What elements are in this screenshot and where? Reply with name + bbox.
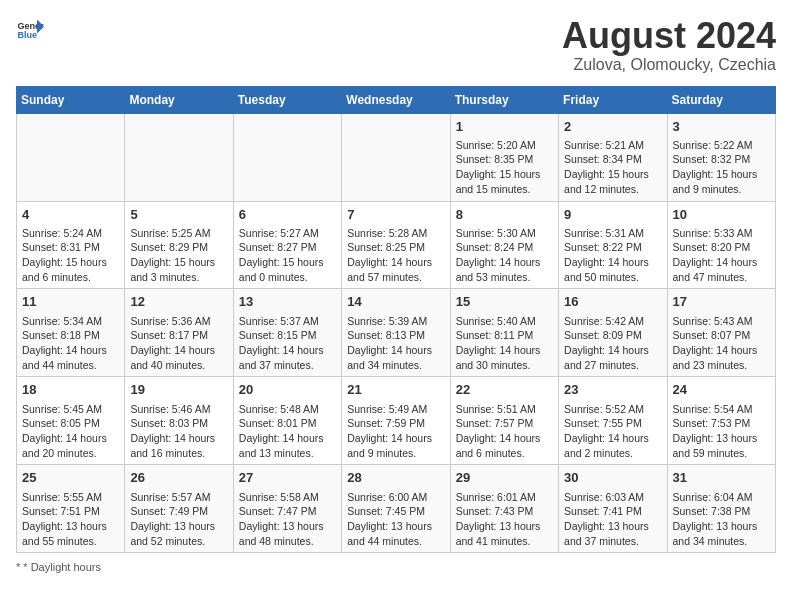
calendar-cell: 25Sunrise: 5:55 AM Sunset: 7:51 PM Dayli… [17,465,125,553]
day-info: Sunrise: 5:24 AM Sunset: 8:31 PM Dayligh… [22,226,119,285]
day-number: 22 [456,381,553,399]
calendar-cell: 18Sunrise: 5:45 AM Sunset: 8:05 PM Dayli… [17,377,125,465]
day-info: Sunrise: 5:20 AM Sunset: 8:35 PM Dayligh… [456,138,553,197]
day-info: Sunrise: 5:34 AM Sunset: 8:18 PM Dayligh… [22,314,119,373]
day-number: 24 [673,381,770,399]
calendar-cell: 12Sunrise: 5:36 AM Sunset: 8:17 PM Dayli… [125,289,233,377]
day-info: Sunrise: 5:27 AM Sunset: 8:27 PM Dayligh… [239,226,336,285]
day-info: Sunrise: 5:21 AM Sunset: 8:34 PM Dayligh… [564,138,661,197]
calendar-cell: 11Sunrise: 5:34 AM Sunset: 8:18 PM Dayli… [17,289,125,377]
day-number: 20 [239,381,336,399]
day-info: Sunrise: 5:37 AM Sunset: 8:15 PM Dayligh… [239,314,336,373]
calendar-cell: 10Sunrise: 5:33 AM Sunset: 8:20 PM Dayli… [667,201,775,289]
calendar-cell: 22Sunrise: 5:51 AM Sunset: 7:57 PM Dayli… [450,377,558,465]
day-info: Sunrise: 5:43 AM Sunset: 8:07 PM Dayligh… [673,314,770,373]
main-title: August 2024 [562,16,776,56]
day-info: Sunrise: 5:40 AM Sunset: 8:11 PM Dayligh… [456,314,553,373]
calendar-week-row: 25Sunrise: 5:55 AM Sunset: 7:51 PM Dayli… [17,465,776,553]
calendar-cell [233,113,341,201]
day-info: Sunrise: 5:45 AM Sunset: 8:05 PM Dayligh… [22,402,119,461]
header: General Blue August 2024 Zulova, Olomouc… [16,16,776,74]
day-info: Sunrise: 5:31 AM Sunset: 8:22 PM Dayligh… [564,226,661,285]
day-number: 1 [456,118,553,136]
calendar-cell [125,113,233,201]
day-number: 18 [22,381,119,399]
calendar-cell [342,113,450,201]
day-number: 28 [347,469,444,487]
day-number: 21 [347,381,444,399]
calendar-cell: 6Sunrise: 5:27 AM Sunset: 8:27 PM Daylig… [233,201,341,289]
day-number: 10 [673,206,770,224]
day-number: 16 [564,293,661,311]
day-number: 9 [564,206,661,224]
calendar-cell: 5Sunrise: 5:25 AM Sunset: 8:29 PM Daylig… [125,201,233,289]
weekday-header: Saturday [667,86,775,113]
day-info: Sunrise: 5:54 AM Sunset: 7:53 PM Dayligh… [673,402,770,461]
calendar-cell: 28Sunrise: 6:00 AM Sunset: 7:45 PM Dayli… [342,465,450,553]
calendar-cell: 4Sunrise: 5:24 AM Sunset: 8:31 PM Daylig… [17,201,125,289]
day-info: Sunrise: 5:49 AM Sunset: 7:59 PM Dayligh… [347,402,444,461]
day-number: 4 [22,206,119,224]
day-number: 2 [564,118,661,136]
calendar-week-row: 18Sunrise: 5:45 AM Sunset: 8:05 PM Dayli… [17,377,776,465]
calendar-cell [17,113,125,201]
day-info: Sunrise: 5:48 AM Sunset: 8:01 PM Dayligh… [239,402,336,461]
calendar-week-row: 11Sunrise: 5:34 AM Sunset: 8:18 PM Dayli… [17,289,776,377]
day-info: Sunrise: 5:39 AM Sunset: 8:13 PM Dayligh… [347,314,444,373]
day-info: Sunrise: 5:33 AM Sunset: 8:20 PM Dayligh… [673,226,770,285]
calendar-cell: 14Sunrise: 5:39 AM Sunset: 8:13 PM Dayli… [342,289,450,377]
calendar-cell: 1Sunrise: 5:20 AM Sunset: 8:35 PM Daylig… [450,113,558,201]
footer-note: * * Daylight hours [16,561,776,573]
day-info: Sunrise: 5:52 AM Sunset: 7:55 PM Dayligh… [564,402,661,461]
calendar-cell: 30Sunrise: 6:03 AM Sunset: 7:41 PM Dayli… [559,465,667,553]
day-number: 12 [130,293,227,311]
calendar-cell: 24Sunrise: 5:54 AM Sunset: 7:53 PM Dayli… [667,377,775,465]
day-info: Sunrise: 5:28 AM Sunset: 8:25 PM Dayligh… [347,226,444,285]
calendar-cell: 7Sunrise: 5:28 AM Sunset: 8:25 PM Daylig… [342,201,450,289]
day-info: Sunrise: 6:03 AM Sunset: 7:41 PM Dayligh… [564,490,661,549]
day-info: Sunrise: 5:25 AM Sunset: 8:29 PM Dayligh… [130,226,227,285]
day-info: Sunrise: 5:30 AM Sunset: 8:24 PM Dayligh… [456,226,553,285]
svg-text:Blue: Blue [17,30,37,40]
day-number: 5 [130,206,227,224]
day-number: 14 [347,293,444,311]
weekday-header: Monday [125,86,233,113]
logo-icon: General Blue [16,16,44,44]
weekday-header: Thursday [450,86,558,113]
day-info: Sunrise: 5:55 AM Sunset: 7:51 PM Dayligh… [22,490,119,549]
weekday-header: Friday [559,86,667,113]
logo: General Blue [16,16,44,44]
day-info: Sunrise: 6:04 AM Sunset: 7:38 PM Dayligh… [673,490,770,549]
day-info: Sunrise: 5:36 AM Sunset: 8:17 PM Dayligh… [130,314,227,373]
day-number: 31 [673,469,770,487]
day-number: 15 [456,293,553,311]
subtitle: Zulova, Olomoucky, Czechia [562,56,776,74]
weekday-header: Tuesday [233,86,341,113]
calendar-cell: 8Sunrise: 5:30 AM Sunset: 8:24 PM Daylig… [450,201,558,289]
day-info: Sunrise: 5:58 AM Sunset: 7:47 PM Dayligh… [239,490,336,549]
day-number: 26 [130,469,227,487]
weekday-header-row: SundayMondayTuesdayWednesdayThursdayFrid… [17,86,776,113]
calendar-week-row: 1Sunrise: 5:20 AM Sunset: 8:35 PM Daylig… [17,113,776,201]
calendar-cell: 15Sunrise: 5:40 AM Sunset: 8:11 PM Dayli… [450,289,558,377]
calendar-cell: 3Sunrise: 5:22 AM Sunset: 8:32 PM Daylig… [667,113,775,201]
day-number: 13 [239,293,336,311]
calendar-cell: 29Sunrise: 6:01 AM Sunset: 7:43 PM Dayli… [450,465,558,553]
day-number: 30 [564,469,661,487]
day-info: Sunrise: 5:22 AM Sunset: 8:32 PM Dayligh… [673,138,770,197]
calendar-table: SundayMondayTuesdayWednesdayThursdayFrid… [16,86,776,554]
day-number: 27 [239,469,336,487]
calendar-cell: 16Sunrise: 5:42 AM Sunset: 8:09 PM Dayli… [559,289,667,377]
day-number: 7 [347,206,444,224]
calendar-cell: 2Sunrise: 5:21 AM Sunset: 8:34 PM Daylig… [559,113,667,201]
day-info: Sunrise: 5:57 AM Sunset: 7:49 PM Dayligh… [130,490,227,549]
day-number: 23 [564,381,661,399]
day-number: 6 [239,206,336,224]
calendar-cell: 20Sunrise: 5:48 AM Sunset: 8:01 PM Dayli… [233,377,341,465]
calendar-cell: 17Sunrise: 5:43 AM Sunset: 8:07 PM Dayli… [667,289,775,377]
calendar-cell: 19Sunrise: 5:46 AM Sunset: 8:03 PM Dayli… [125,377,233,465]
calendar-cell: 23Sunrise: 5:52 AM Sunset: 7:55 PM Dayli… [559,377,667,465]
day-info: Sunrise: 5:46 AM Sunset: 8:03 PM Dayligh… [130,402,227,461]
day-number: 25 [22,469,119,487]
day-number: 17 [673,293,770,311]
